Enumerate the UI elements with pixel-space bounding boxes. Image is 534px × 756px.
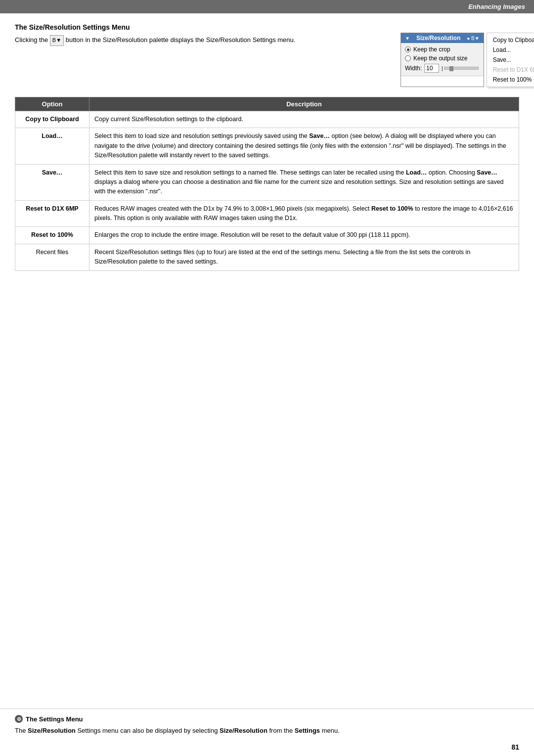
page-number: 81 [511, 743, 519, 751]
option-load: Load… [15, 128, 89, 164]
option-save: Save… [15, 164, 89, 200]
slider-bar: | [442, 66, 480, 71]
width-label: Width: [405, 65, 422, 72]
desc-save: Select this item to save size and resolu… [89, 164, 519, 200]
palette-header: ▼ Size/Resolution ● B▼ [401, 33, 484, 43]
radio-row-2: Keep the output size [405, 55, 480, 62]
desc-recent-files: Recent Size/Resolution settings files (u… [89, 244, 519, 270]
intro-part1: Clicking the [15, 36, 50, 44]
menu-item-reset-100[interactable]: Reset to 100% [487, 75, 534, 85]
desc-copy-to-clipboard: Copy current Size/Resolution settings to… [89, 111, 519, 128]
bold-reset100: Reset to 100% [371, 205, 413, 212]
main-content: The Size/Resolution Settings Menu Clicki… [0, 13, 534, 291]
bold-load: Load… [406, 169, 427, 176]
slider-track[interactable] [444, 67, 479, 70]
settings-icon: ⚙ [15, 715, 23, 723]
intro-area: Clicking the B▼ button in the Size/Resol… [15, 35, 519, 87]
option-recent-files: Recent files [15, 244, 89, 270]
radio-keep-crop[interactable] [405, 46, 411, 52]
option-copy-to-clipboard: Copy to Clipboard [15, 111, 89, 128]
footer-t3: from the [267, 727, 295, 734]
palette-body: Keep the crop Keep the output size Width… [401, 43, 484, 76]
header-title: Enhancing Images [468, 3, 525, 10]
slider-thumb [449, 66, 453, 71]
screenshot-panel: ▼ Size/Resolution ● B▼ Keep the crop Kee… [400, 33, 519, 87]
footer-bold3: Settings [295, 727, 320, 734]
header-bar: Enhancing Images [0, 0, 534, 13]
radio-keep-output[interactable] [405, 55, 411, 61]
menu-item-load[interactable]: Load... [487, 45, 534, 55]
footer-section-title: ⚙ The Settings Menu [15, 715, 519, 723]
width-input[interactable] [424, 64, 439, 73]
radio-row-1: Keep the crop [405, 46, 480, 53]
table-row: Save… Select this item to save size and … [15, 164, 519, 200]
intro-part2: button in the Size/Resolution palette [66, 36, 171, 44]
radio-label-2: Keep the output size [413, 55, 467, 62]
footer-title-text: The Settings Menu [26, 715, 83, 723]
table-header-description: Description [89, 97, 519, 111]
palette-box: ▼ Size/Resolution ● B▼ Keep the crop Kee… [400, 33, 484, 87]
table-row: Reset to D1X 6MP Reduces RAW images crea… [15, 200, 519, 227]
menu-item-save[interactable]: Save... [487, 55, 534, 65]
bold-save2: Save… [477, 169, 497, 176]
table-header-option: Option [15, 97, 89, 111]
footer-text: The Size/Resolution Settings menu can al… [15, 726, 519, 736]
table-row: Reset to 100% Enlarges the crop to inclu… [15, 227, 519, 244]
section-title: The Size/Resolution Settings Menu [15, 23, 519, 31]
option-reset-100: Reset to 100% [15, 227, 89, 244]
table-row: Copy to Clipboard Copy current Size/Reso… [15, 111, 519, 128]
displays-word: displays [170, 36, 193, 44]
dropdown-menu: Copy to Clipboard Load... Save... Reset … [487, 33, 534, 87]
menu-item-reset-d1x: Reset to D1X 6MP [487, 65, 534, 75]
footer-area: ⚙ The Settings Menu The Size/Resolution … [0, 709, 534, 736]
intro-text: Clicking the B▼ button in the Size/Resol… [15, 35, 386, 87]
palette-title: Size/Resolution [416, 35, 460, 42]
width-row: Width: | [405, 64, 480, 73]
desc-reset-d1x: Reduces RAW images created with the D1x … [89, 200, 519, 227]
bold-save: Save… [309, 133, 330, 139]
table-row: Recent files Recent Size/Resolution sett… [15, 244, 519, 270]
icon-label: B▼ [52, 37, 61, 43]
radio-label-1: Keep the crop [413, 46, 450, 53]
toolbar-icon: B▼ [50, 35, 64, 46]
footer-bold2: Size/Resolution [220, 727, 267, 734]
table-row: Load… Select this item to load size and … [15, 128, 519, 164]
footer-t4: menu. [320, 727, 340, 734]
footer-bold1: Size/Resolution [28, 727, 76, 734]
slider-left: | [442, 66, 443, 71]
desc-load: Select this item to load size and resolu… [89, 128, 519, 164]
footer-t2: Settings menu can also be displayed by s… [76, 727, 220, 734]
options-table: Option Description Copy to Clipboard Cop… [15, 97, 519, 271]
option-reset-d1x: Reset to D1X 6MP [15, 200, 89, 227]
desc-reset-100: Enlarges the crop to include the entire … [89, 227, 519, 244]
intro-part3: the Size/Resolution Settings menu. [195, 36, 295, 44]
footer-t1: The [15, 727, 28, 734]
menu-item-copy[interactable]: Copy to Clipboard [487, 35, 534, 45]
